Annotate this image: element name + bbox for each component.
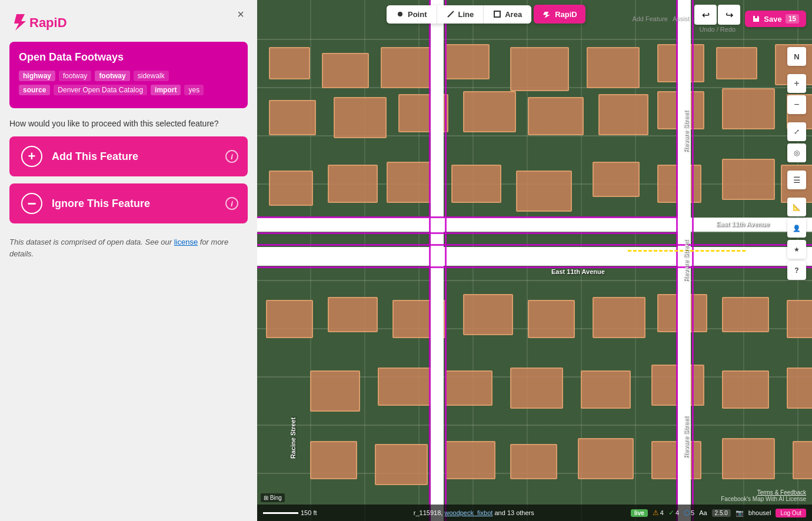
building-40 <box>528 300 575 338</box>
rapid-logo: RapiD <box>12 12 82 33</box>
tasks-count: 5 <box>691 509 694 516</box>
username: bhousel <box>748 509 771 516</box>
feature-title: Open Data Footways <box>19 51 238 64</box>
user-button[interactable]: 👤 <box>787 219 806 238</box>
building-51 <box>510 368 563 409</box>
rapid-logo-svg: RapiD <box>12 12 82 33</box>
undo-redo-label: Undo / Redo <box>699 26 736 33</box>
issues-btn[interactable]: ✓ 4 <box>668 509 679 517</box>
drawing-tools: Point Line Area <box>387 5 531 24</box>
building-31 <box>722 159 775 200</box>
translate-btn[interactable]: Aa <box>699 509 707 516</box>
building-27 <box>451 165 501 203</box>
building-37 <box>328 297 378 332</box>
and-others-text: and 13 others <box>494 509 534 516</box>
area-tool-button[interactable]: Area <box>484 5 531 24</box>
point-tool-button[interactable]: Point <box>387 5 437 24</box>
warnings-btn[interactable]: ⚠ 4 <box>653 509 664 517</box>
building-25 <box>328 165 378 203</box>
sidewalk-h1 <box>257 244 812 246</box>
license-link[interactable]: license <box>174 238 198 246</box>
save-button[interactable]: Save 15 <box>745 11 806 27</box>
geolocate-button[interactable]: ◎ <box>787 143 806 162</box>
tag-key-import: import <box>151 85 181 95</box>
tasks-btn[interactable]: ⬡ 5 <box>684 509 694 517</box>
rapid-icon <box>542 9 551 19</box>
scale-line <box>263 512 298 514</box>
building-62 <box>510 444 557 479</box>
camera-btn[interactable]: 📷 <box>736 509 744 517</box>
undo-button[interactable]: ↩ <box>694 5 717 25</box>
building-54 <box>722 370 769 409</box>
building-39 <box>463 294 513 335</box>
zoom-in-button[interactable]: + <box>787 74 806 93</box>
add-feature-toolbar-label: Add Feature <box>632 15 668 22</box>
building-7 <box>716 47 757 79</box>
building-12 <box>269 100 316 135</box>
ignore-info-icon[interactable]: i <box>225 197 238 210</box>
tag-val-source: Denver Open Data Catalog <box>54 85 147 95</box>
building-3 <box>445 44 490 79</box>
rapid-label: RapiD <box>555 10 577 19</box>
status-user-info: r_115918, woodpeck_fixbot and 13 others <box>323 509 625 516</box>
tag-val-sidewalk: sidewalk <box>134 71 169 81</box>
warnings-count: 4 <box>660 509 664 516</box>
building-66 <box>793 441 812 479</box>
ignore-feature-label: Ignore This Feature <box>52 198 150 210</box>
line-tool-button[interactable]: Line <box>437 5 484 24</box>
building-60 <box>375 444 428 485</box>
redo-button[interactable]: ↪ <box>718 5 740 25</box>
add-feature-toolbar-item: Add Feature <box>632 15 668 22</box>
selected-feature-line <box>628 250 746 252</box>
building-15 <box>463 91 516 132</box>
building-44 <box>787 300 812 338</box>
building-59 <box>310 441 357 479</box>
line-label: Line <box>458 10 474 19</box>
map-area[interactable]: East 11th Avenue East 11th Avenue East 1… <box>257 0 812 521</box>
svg-rect-3 <box>494 11 500 17</box>
svg-point-1 <box>398 12 402 16</box>
help-button[interactable]: ? <box>787 261 806 280</box>
tag-row-1: highway footway footway sidewalk <box>19 71 238 81</box>
status-bar: 150 ft r_115918, woodpeck_fixbot and 13 … <box>257 505 812 521</box>
woodpeck-link[interactable]: woodpeck_fixbot <box>444 509 492 516</box>
sidewalk-h3 <box>257 216 678 218</box>
dataset-info: This dataset is comprised of open data. … <box>9 236 248 259</box>
bing-logo: ⊞ Bing <box>261 493 285 502</box>
line-icon <box>447 10 455 18</box>
measure-button[interactable]: 📐 <box>787 198 806 216</box>
star-button[interactable]: ★ <box>787 240 806 259</box>
ignore-feature-button[interactable]: − Ignore This Feature i <box>9 183 248 223</box>
building-19 <box>722 88 775 129</box>
building-49 <box>378 368 431 406</box>
dataset-info-text: This dataset is comprised of open data. … <box>9 238 174 246</box>
rapid-button[interactable]: RapiD <box>534 5 585 24</box>
terms-bar: Terms & Feedback Facebook's Map With AI … <box>721 489 806 502</box>
add-feature-button[interactable]: + Add This Feature i <box>9 136 248 176</box>
live-badge: live <box>631 509 648 517</box>
street-label-east11th-lower: East 11th Avenue <box>551 268 605 275</box>
close-button[interactable]: × <box>232 6 249 22</box>
building-48 <box>310 370 360 412</box>
top-toolbar: Point Line Area RapiD <box>387 5 585 24</box>
terms-feedback-link[interactable]: Terms & Feedback <box>757 489 806 496</box>
tag-key-source: source <box>19 85 50 95</box>
building-24 <box>269 171 313 206</box>
save-icon <box>752 15 760 23</box>
building-43 <box>722 297 769 332</box>
logout-button[interactable]: Log Out <box>776 509 806 517</box>
building-36 <box>266 300 313 338</box>
issues-count: 4 <box>675 509 679 516</box>
street-label-racine: Racine Street <box>289 341 297 459</box>
compass-button[interactable]: N <box>787 47 806 66</box>
building-17 <box>598 94 648 135</box>
fullscreen-button[interactable]: ⤢ <box>787 122 806 141</box>
zoom-out-button[interactable]: − <box>787 95 806 114</box>
building-65 <box>722 438 775 479</box>
add-info-icon[interactable]: i <box>225 150 238 163</box>
layers-button[interactable]: ☰ <box>787 171 806 189</box>
svg-text:RapiD: RapiD <box>29 15 67 30</box>
building-28 <box>516 171 572 212</box>
logo-area: RapiD <box>0 0 257 42</box>
status-right: live ⚠ 4 ✓ 4 ⬡ 5 Aa 2.5.0 📷 bhousel Log … <box>631 509 806 517</box>
